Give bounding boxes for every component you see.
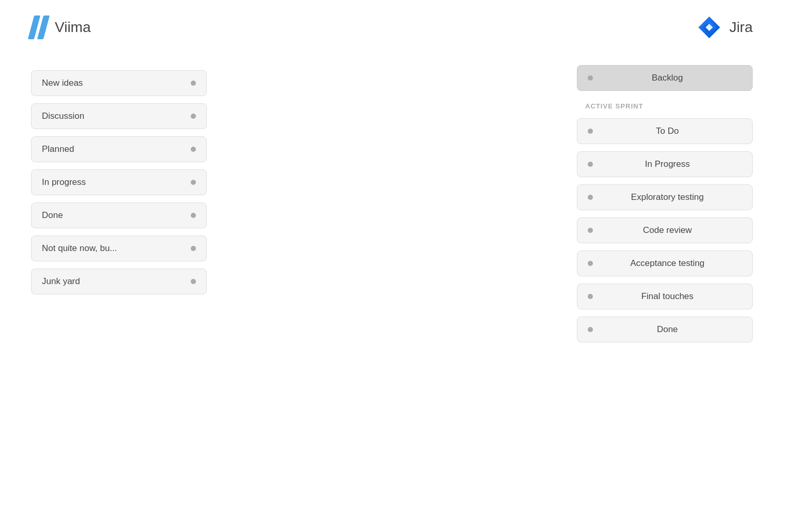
jira-item-in-progress[interactable]: In Progress — [577, 151, 753, 177]
connector-dot — [588, 75, 593, 81]
jira-brand-name: Jira — [729, 19, 753, 36]
connector-dot — [191, 213, 196, 218]
mapping-diagram: New ideas Discussion Planned In progress… — [31, 60, 753, 499]
jira-item-code-review[interactable]: Code review — [577, 217, 753, 243]
viima-item-planned[interactable]: Planned — [31, 136, 207, 162]
viima-logo-icon — [31, 15, 47, 39]
jira-column: Backlog ACTIVE SPRINT To Do In Progress … — [577, 60, 753, 499]
connector-dot — [191, 147, 196, 152]
viima-item-new-ideas[interactable]: New ideas — [31, 70, 207, 96]
viima-column: New ideas Discussion Planned In progress… — [31, 60, 207, 499]
active-sprint-label: ACTIVE SPRINT — [577, 98, 753, 111]
connector-dot — [191, 279, 196, 284]
connector-dot — [191, 114, 196, 119]
viima-brand-name: Viima — [55, 19, 91, 36]
connector-dot — [588, 129, 593, 134]
viima-item-in-progress[interactable]: In progress — [31, 169, 207, 195]
connector-dot — [588, 228, 593, 233]
jira-item-final-touches[interactable]: Final touches — [577, 284, 753, 309]
jira-item-done[interactable]: Done — [577, 317, 753, 342]
jira-backlog[interactable]: Backlog — [577, 65, 753, 91]
connector-dot — [588, 195, 593, 200]
connector-dot — [588, 327, 593, 332]
jira-item-to-do[interactable]: To Do — [577, 118, 753, 144]
viima-item-discussion[interactable]: Discussion — [31, 103, 207, 129]
jira-item-exploratory-testing[interactable]: Exploratory testing — [577, 184, 753, 210]
viima-item-done[interactable]: Done — [31, 202, 207, 228]
connector-dot — [191, 246, 196, 251]
viima-brand: Viima — [31, 15, 91, 39]
connector-dot — [588, 294, 593, 299]
viima-item-not-quite-now[interactable]: Not quite now, bu... — [31, 236, 207, 261]
jira-logo-icon — [697, 15, 721, 39]
connector-dot — [588, 162, 593, 167]
jira-item-acceptance-testing[interactable]: Acceptance testing — [577, 251, 753, 276]
connector-dot — [191, 81, 196, 86]
connector-dot — [588, 261, 593, 266]
jira-brand: Jira — [697, 15, 753, 39]
viima-item-junk-yard[interactable]: Junk yard — [31, 269, 207, 294]
connector-dot — [191, 180, 196, 185]
